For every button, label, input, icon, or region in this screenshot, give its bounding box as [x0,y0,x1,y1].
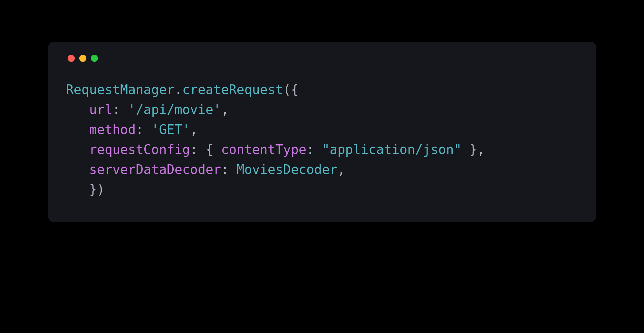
code-line-5: serverDataDecoder: MoviesDecoder, [66,162,345,177]
open-paren-brace: ({ [283,82,299,97]
close-brace-paren: }) [89,182,105,197]
prop-serverdatadecoder: serverDataDecoder [89,162,221,177]
close-icon[interactable] [68,55,75,62]
class-name: RequestManager [66,82,175,97]
code-line-1: RequestManager.createRequest({ [66,82,299,97]
minimize-icon[interactable] [79,55,86,62]
string-contenttype: "application/json" [322,142,461,157]
maximize-icon[interactable] [91,55,98,62]
code-line-4: requestConfig: { contentType: "applicati… [66,142,485,157]
prop-method: method [89,122,136,137]
code-block: RequestManager.createRequest({ url: '/ap… [66,80,578,199]
traffic-lights [66,55,578,62]
method-name: createRequest [182,82,283,97]
code-line-2: url: '/api/movie', [66,102,229,117]
prop-requestconfig: requestConfig [89,142,190,157]
prop-contenttype: contentType [221,142,306,157]
string-url: '/api/movie' [128,102,221,117]
code-window: RequestManager.createRequest({ url: '/ap… [48,42,596,222]
prop-url: url [89,102,112,117]
dot: . [175,82,182,97]
code-line-6: }) [66,182,105,197]
string-method: 'GET' [151,122,190,137]
identifier-moviesdecoder: MoviesDecoder [236,162,337,177]
code-line-3: method: 'GET', [66,122,198,137]
